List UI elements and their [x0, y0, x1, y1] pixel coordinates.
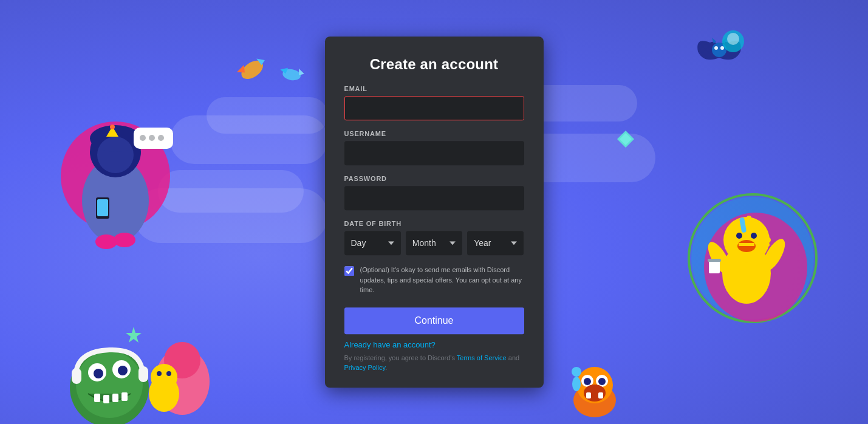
dob-row: Day 1234 5678 9101520 2528293031 Month J…	[344, 231, 524, 255]
tos-text-after: .	[385, 364, 387, 371]
dob-group: DATE OF BIRTH Day 1234 5678 9101520 2528…	[344, 220, 524, 255]
dob-label: DATE OF BIRTH	[344, 220, 524, 227]
month-select[interactable]: Month JanuaryFebruaryMarch AprilMayJune …	[406, 231, 462, 255]
password-label: PASSWORD	[344, 175, 524, 182]
year-select[interactable]: Year 200620001995 199019851980	[467, 231, 524, 255]
day-select[interactable]: Day 1234 5678 9101520 2528293031	[344, 231, 401, 255]
tos-text: By registering, you agree to Discord's T…	[344, 353, 524, 373]
modal-wrapper: Create an account EMAIL USERNAME PASSWOR…	[325, 36, 544, 388]
tos-link[interactable]: Terms of Service	[457, 354, 507, 361]
email-group: EMAIL	[344, 85, 524, 120]
username-label: USERNAME	[344, 130, 524, 137]
email-label: EMAIL	[344, 85, 524, 92]
newsletter-checkbox-row: (Optional) It's okay to send me emails w…	[344, 265, 524, 295]
privacy-link[interactable]: Privacy Policy	[344, 364, 386, 371]
username-group: USERNAME	[344, 130, 524, 165]
email-input[interactable]	[344, 96, 524, 120]
cloud-2	[207, 97, 328, 134]
password-group: PASSWORD	[344, 175, 524, 210]
newsletter-label: (Optional) It's okay to send me emails w…	[360, 265, 524, 295]
tos-text-before: By registering, you agree to Discord's	[344, 354, 457, 361]
newsletter-checkbox[interactable]	[344, 266, 354, 276]
modal-title: Create an account	[344, 56, 524, 73]
password-input[interactable]	[344, 186, 524, 210]
continue-button[interactable]: Continue	[344, 307, 524, 334]
cloud-4	[158, 170, 304, 213]
create-account-modal: Create an account EMAIL USERNAME PASSWOR…	[325, 36, 544, 388]
login-link[interactable]: Already have an account?	[344, 340, 524, 349]
username-input[interactable]	[344, 141, 524, 165]
tos-text-mid: and	[507, 354, 519, 361]
